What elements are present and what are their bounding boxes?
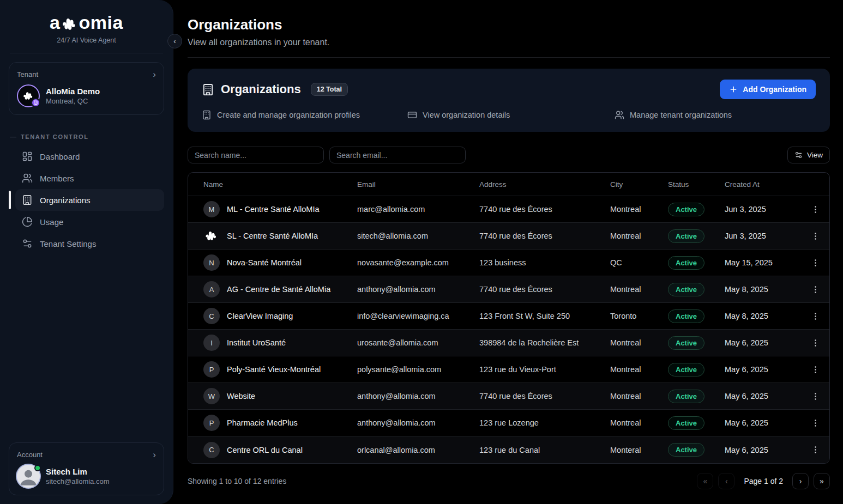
org-name: Nova-Santé Montréal (227, 258, 302, 267)
dashboard-icon (22, 151, 33, 162)
table-row[interactable]: IInstitut UroSantéurosante@allomia.com39… (188, 330, 829, 356)
row-actions-button[interactable] (808, 255, 823, 270)
org-name-cell: AAG - Centre de Santé AlloMia (203, 281, 357, 297)
sidebar-item-dashboard[interactable]: Dashboard (15, 145, 164, 167)
org-status: Active (668, 283, 725, 296)
row-actions-button[interactable] (808, 282, 823, 297)
org-address: 123 rue du Vieux-Port (479, 365, 610, 374)
table-row[interactable]: PPoly-Santé Vieux-Montréalpolysante@allo… (188, 356, 829, 383)
table-body: MML - Centre Santé AlloMIamarc@allomia.c… (188, 196, 829, 463)
table-row[interactable]: CClearView Imaginginfo@clearviewimaging.… (188, 303, 829, 330)
sliders-icon (22, 238, 33, 249)
next-page-button[interactable]: › (792, 473, 809, 489)
chevron-right-icon[interactable]: › (153, 450, 156, 459)
user-avatar (17, 465, 40, 488)
chevron-right-icon[interactable]: › (153, 70, 156, 79)
row-actions-button[interactable] (808, 202, 823, 217)
add-organization-button[interactable]: Add Organization (720, 80, 816, 99)
sidebar-item-label: Dashboard (40, 152, 80, 161)
account-email: sitech@allomia.com (46, 477, 110, 485)
org-logo-avatar (203, 228, 220, 244)
column-header-name: Name (203, 180, 357, 189)
row-actions-button[interactable] (808, 442, 823, 458)
org-city: Montreal (610, 205, 668, 214)
sidebar-item-label: Members (40, 174, 74, 183)
row-actions-button[interactable] (808, 308, 823, 324)
sidebar-item-organizations[interactable]: Organizations (15, 189, 164, 211)
org-address: 123 Front St W, Suite 250 (479, 312, 610, 320)
column-header-address: Address (479, 180, 610, 189)
plus-icon (729, 85, 738, 94)
org-name: SL - Centre Santé AlloMIa (227, 232, 318, 240)
organizations-table: Name Email Address City Status Created A… (188, 172, 830, 464)
table-row[interactable]: NNova-Santé Montréalnovasante@example.co… (188, 250, 829, 276)
org-created-at: May 8, 2025 (725, 285, 808, 294)
sidebar-item-tenant-settings[interactable]: Tenant Settings (15, 233, 164, 254)
org-initial-avatar: P (203, 415, 220, 431)
status-badge: Active (668, 336, 704, 350)
kebab-menu-icon (811, 418, 820, 428)
table-row[interactable]: WWebsiteanthony@allomia.com7740 rue des … (188, 383, 829, 410)
row-actions-button[interactable] (808, 362, 823, 377)
table-row[interactable]: SL - Centre Santé AlloMIasitech@allomia.… (188, 223, 829, 250)
building-icon (202, 83, 214, 96)
table-row[interactable]: AAG - Centre de Santé AlloMiaanthony@all… (188, 276, 829, 303)
org-email: polysante@allomia.com (357, 365, 479, 374)
org-initial-avatar: C (203, 442, 220, 458)
org-initial-avatar: I (203, 335, 220, 351)
last-page-button[interactable]: » (814, 473, 830, 489)
kebab-menu-icon (811, 338, 820, 348)
status-badge: Active (668, 256, 704, 270)
org-status: Active (668, 363, 725, 377)
search-name-input[interactable] (188, 147, 324, 163)
sidebar-item-members[interactable]: Members (15, 167, 164, 189)
section-dash (10, 137, 16, 137)
org-city: Montreal (610, 285, 668, 294)
sidebar-collapse-button[interactable]: ‹ (167, 34, 182, 48)
search-email-input[interactable] (329, 147, 466, 163)
row-actions-button[interactable] (808, 228, 823, 244)
page-title: Organizations (188, 16, 830, 33)
building-icon (22, 195, 33, 205)
feature-create-profiles: Create and manage organization profiles (202, 110, 407, 120)
org-initial-avatar: P (203, 361, 220, 378)
kebab-menu-icon (811, 285, 820, 294)
org-name: Poly-Santé Vieux-Montréal (227, 365, 321, 374)
card-title: Organizations (221, 82, 301, 96)
sidebar-item-usage[interactable]: Usage (15, 211, 164, 233)
org-name-cell: CClearView Imaging (203, 308, 357, 324)
account-card[interactable]: Account › Sitech Lim sitech@all (9, 442, 164, 495)
app-logo: a omia (9, 12, 164, 33)
org-initial-avatar: A (203, 281, 220, 297)
org-initial-avatar: N (203, 254, 220, 271)
table-row[interactable]: CCentre ORL du Canalorlcanal@allomia.com… (188, 436, 829, 463)
feature-label: Create and manage organization profiles (217, 111, 360, 119)
row-actions-button[interactable] (808, 335, 823, 350)
section-label: TENANT CONTROL (21, 133, 88, 140)
feature-manage-tenant: Manage tenant organizations (615, 110, 816, 120)
view-options-button[interactable]: View (787, 147, 830, 163)
row-actions-button[interactable] (808, 388, 823, 404)
table-row[interactable]: MML - Centre Santé AlloMIamarc@allomia.c… (188, 196, 829, 223)
status-badge: Active (668, 416, 704, 430)
table-row[interactable]: PPharmacie MedPlusanthony@allomia.com123… (188, 410, 829, 436)
org-created-at: Jun 3, 2025 (725, 205, 808, 214)
org-status: Active (668, 256, 725, 270)
org-address: 123 rue du Canal (479, 446, 610, 454)
org-email: anthony@allomia.com (357, 392, 479, 400)
first-page-button[interactable]: « (697, 473, 713, 489)
tenant-card[interactable]: Tenant › AlloMia Demo (9, 62, 164, 115)
waveform-icon (62, 15, 78, 33)
building-icon (202, 110, 212, 120)
sidebar-divider (10, 53, 163, 53)
row-actions-button[interactable] (808, 415, 823, 430)
prev-page-button[interactable]: ‹ (718, 473, 734, 489)
org-email: orlcanal@allomia.com (357, 446, 479, 454)
status-badge: Active (668, 363, 704, 377)
org-created-at: May 6, 2025 (725, 392, 808, 400)
kebab-menu-icon (811, 312, 820, 321)
org-status: Active (668, 309, 725, 323)
org-city: Montreal (610, 232, 668, 240)
tenant-name: AlloMia Demo (46, 87, 100, 96)
status-badge: Active (668, 203, 704, 216)
